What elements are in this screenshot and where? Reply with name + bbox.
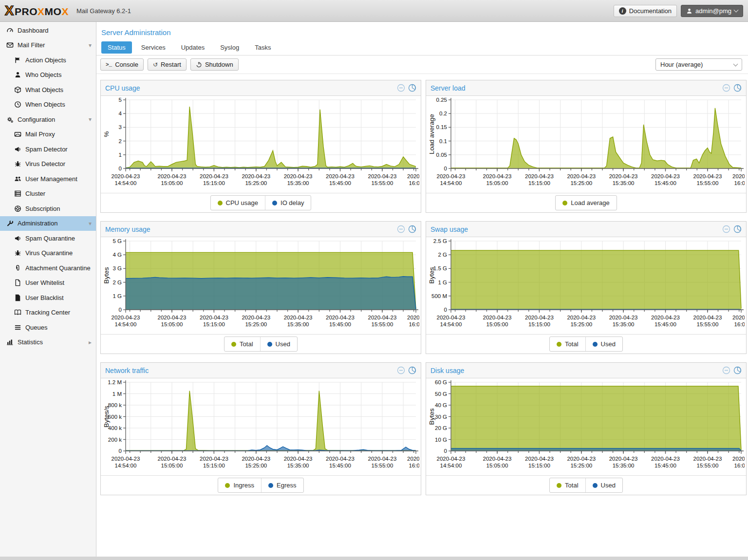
cluster-icon <box>14 190 22 198</box>
legend-label: Ingress <box>233 482 254 489</box>
legend-item-load-average[interactable]: Load average <box>556 196 617 210</box>
svg-text:2020-04-23: 2020-04-23 <box>525 456 554 462</box>
sidebar-item-virus-detector[interactable]: Virus Detector <box>0 157 96 172</box>
chart-options-icon[interactable] <box>733 366 742 374</box>
sidebar-item-label: Dashboard <box>18 27 49 34</box>
svg-text:2020-04-23: 2020-04-23 <box>693 456 722 462</box>
svg-text:0: 0 <box>119 166 122 171</box>
user-menu-button[interactable]: admin@pmg <box>681 5 743 17</box>
svg-text:15:45:00: 15:45:00 <box>654 180 676 186</box>
svg-text:2020-04-23: 2020-04-23 <box>158 456 187 462</box>
sidebar-item-statistics[interactable]: Statistics▸ <box>0 335 96 350</box>
sidebar-item-virus-quarantine[interactable]: Virus Quarantine <box>0 246 96 261</box>
tab-status[interactable]: Status <box>101 41 132 54</box>
tab-updates[interactable]: Updates <box>175 41 211 54</box>
svg-text:5 G: 5 G <box>112 238 122 244</box>
cpu-usage-legend: CPU usageIO delay <box>101 193 421 212</box>
svg-text:2020-04-23: 2020-04-23 <box>368 315 396 320</box>
legend-label: Total <box>565 340 578 348</box>
chart-options-icon[interactable] <box>733 225 742 233</box>
legend-item-used[interactable]: Used <box>585 478 622 492</box>
sidebar-item-queues[interactable]: Queues <box>0 320 96 335</box>
collapse-panel-icon[interactable] <box>722 84 730 92</box>
sidebar-item-label: Configuration <box>18 116 55 123</box>
svg-text:15:45:00: 15:45:00 <box>654 321 676 327</box>
svg-text:2 G: 2 G <box>112 280 122 285</box>
svg-text:2020-04-23: 2020-04-23 <box>200 315 228 320</box>
power-icon <box>196 61 202 68</box>
collapse-panel-icon[interactable] <box>722 366 730 374</box>
chevron-down-icon[interactable]: ▾ <box>89 42 92 49</box>
sidebar-item-label: Who Objects <box>25 71 61 78</box>
chart-options-icon[interactable] <box>408 225 416 233</box>
sidebar-item-subscription[interactable]: Subscription <box>0 201 96 216</box>
sidebar-item-dashboard[interactable]: Dashboard <box>0 23 96 38</box>
sidebar-item-who-objects[interactable]: Who Objects <box>0 68 96 83</box>
sidebar-item-user-management[interactable]: User Management <box>0 171 96 187</box>
svg-text:14:54:00: 14:54:00 <box>115 463 137 468</box>
sidebar-item-attachment-quarantine[interactable]: Attachment Quarantine <box>0 261 96 276</box>
chevron-down-icon[interactable]: ▾ <box>89 220 92 227</box>
legend-item-egress[interactable]: Egress <box>261 478 303 492</box>
legend-item-total[interactable]: Total <box>550 337 585 351</box>
legend-label: Egress <box>277 482 296 489</box>
legend-item-cpu-usage[interactable]: CPU usage <box>211 196 265 210</box>
chart-options-icon[interactable] <box>408 366 416 374</box>
chevron-right-icon[interactable]: ▸ <box>89 339 92 346</box>
svg-text:15:25:00: 15:25:00 <box>245 321 267 327</box>
sidebar-item-when-objects[interactable]: When Objects <box>0 97 96 112</box>
legend-item-ingress[interactable]: Ingress <box>218 478 261 492</box>
svg-text:15:25:00: 15:25:00 <box>245 180 267 186</box>
sidebar-item-action-objects[interactable]: Action Objects <box>0 53 96 68</box>
svg-text:14:54:00: 14:54:00 <box>440 463 462 468</box>
collapse-panel-icon[interactable] <box>722 225 730 233</box>
restart-button[interactable]: ↺ Restart <box>148 58 187 71</box>
sidebar-item-cluster[interactable]: Cluster <box>0 187 96 202</box>
chevron-down-icon[interactable]: ▾ <box>89 116 92 123</box>
sidebar-tree: DashboardMail Filter▾Action ObjectsWho O… <box>0 23 96 350</box>
svg-text:Load average: Load average <box>428 114 435 154</box>
sidebar-item-label: Spam Detector <box>25 146 68 153</box>
sidebar-item-spam-quarantine[interactable]: Spam Quarantine <box>0 231 96 246</box>
sidebar-item-mail-proxy[interactable]: Mail Proxy <box>0 127 96 142</box>
svg-text:4: 4 <box>119 111 122 116</box>
svg-text:600 k: 600 k <box>108 414 122 420</box>
shutdown-button[interactable]: Shutdown <box>190 58 239 71</box>
sidebar-item-tracking-center[interactable]: Tracking Center <box>0 305 96 320</box>
legend-box: CPU usageIO delay <box>210 195 312 210</box>
legend-item-total[interactable]: Total <box>550 478 585 492</box>
user-management-icon <box>14 175 22 183</box>
tab-syslog[interactable]: Syslog <box>214 41 245 54</box>
console-button[interactable]: >_ Console <box>100 58 144 71</box>
sidebar-item-configuration[interactable]: Configuration▾ <box>0 112 96 127</box>
sidebar-item-user-blacklist[interactable]: User Blacklist <box>0 290 96 305</box>
svg-text:2020-04-23: 2020-04-23 <box>112 456 140 462</box>
legend-item-total[interactable]: Total <box>224 337 260 351</box>
sidebar-item-spam-detector[interactable]: Spam Detector <box>0 142 96 157</box>
sidebar-item-user-whitelist[interactable]: User Whitelist <box>0 276 96 291</box>
svg-text:2020-04-23: 2020-04-23 <box>437 456 466 462</box>
sidebar-item-mail-filter[interactable]: Mail Filter▾ <box>0 38 96 53</box>
spam-detector-icon <box>14 145 22 153</box>
chart-options-icon[interactable] <box>408 84 416 92</box>
tab-tasks[interactable]: Tasks <box>248 41 277 54</box>
collapse-panel-icon[interactable] <box>397 366 405 374</box>
documentation-button[interactable]: i Documentation <box>614 5 677 17</box>
sidebar-item-administration[interactable]: Administration▾ <box>0 216 96 231</box>
chart-options-icon[interactable] <box>733 84 742 92</box>
svg-text:16:03: 16:03 <box>734 463 745 468</box>
sidebar-item-what-objects[interactable]: What Objects <box>0 82 96 97</box>
legend-item-io-delay[interactable]: IO delay <box>265 196 311 210</box>
legend-item-used[interactable]: Used <box>585 337 622 351</box>
svg-text:2020-04-23: 2020-04-23 <box>368 456 396 462</box>
svg-text:2020-04-23: 2020-04-23 <box>284 173 313 179</box>
legend-dot <box>593 342 598 347</box>
timeframe-select[interactable]: Hour (average) <box>655 58 742 71</box>
collapse-panel-icon[interactable] <box>397 84 405 92</box>
svg-text:2020-04-23: 2020-04-23 <box>567 173 596 179</box>
svg-text:2020-04-23: 2020-04-23 <box>483 173 512 179</box>
collapse-panel-icon[interactable] <box>397 225 405 233</box>
legend-item-used[interactable]: Used <box>260 337 297 351</box>
svg-text:Bytes/s: Bytes/s <box>103 406 110 428</box>
tab-services[interactable]: Services <box>135 41 172 54</box>
